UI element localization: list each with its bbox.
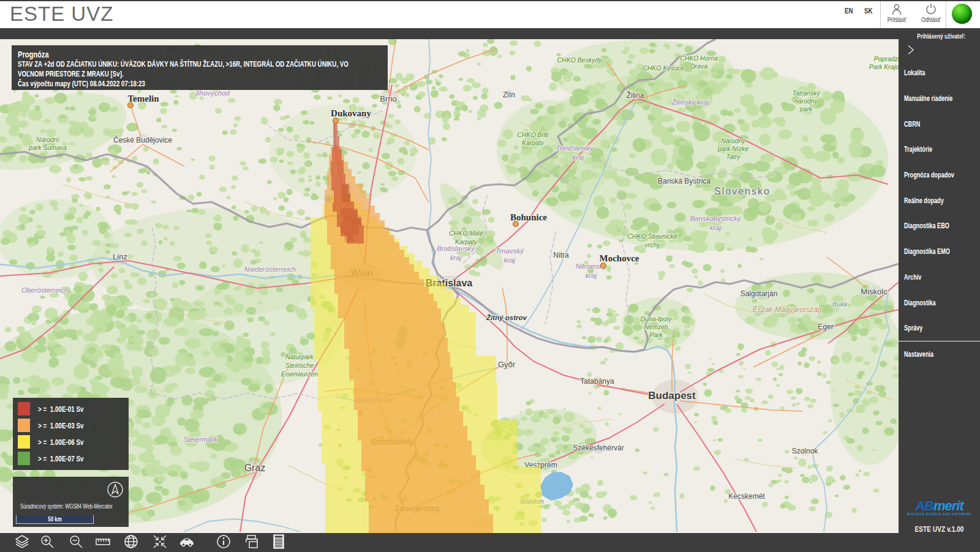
legend-label: > = 1.00E-06 Sv xyxy=(38,438,84,447)
map-label-trnavsky: Trnavský xyxy=(496,247,524,255)
scale-bar: 50 km xyxy=(16,515,94,524)
map-label-szekesfehervar: Székesfehérvár xyxy=(573,444,624,452)
map-label-budapest: Budapest xyxy=(648,390,696,401)
map-label-banskobystricky: Banskobystrický xyxy=(690,215,741,222)
sidebar-item-trajektorie[interactable]: Trajektórie xyxy=(899,136,980,162)
center-map-button[interactable] xyxy=(151,534,168,551)
map-label-steirische: Steirische xyxy=(285,362,314,369)
print-button[interactable] xyxy=(244,534,261,551)
layers-button[interactable] xyxy=(13,534,31,551)
prognosis-panel: Prognóza STAV ZA +2d OD ZAČIATKU ÚNIKU: … xyxy=(12,45,388,90)
map-label-kraj: kraj xyxy=(450,254,462,261)
header-divider xyxy=(946,1,946,29)
svg-text:Bohunice: Bohunice xyxy=(510,212,547,222)
report-button[interactable] xyxy=(270,534,287,551)
sidebar-item-diagnostika-ebo[interactable]: Diagnostika EBO xyxy=(899,213,980,239)
map-label-chko-bile: CHKO Bílé xyxy=(517,131,549,138)
prognosis-computed-time: Čas výpočtu mapy (UTC) 08.04.2022 07:18:… xyxy=(18,79,280,89)
svg-text:Mochovce: Mochovce xyxy=(600,253,639,263)
legend-row: > = 1.00E-03 Sv xyxy=(18,419,129,432)
sidebar-item-spravy[interactable]: Správy xyxy=(899,315,980,341)
globe-icon xyxy=(124,534,138,551)
map-label-orava: Orava xyxy=(690,62,708,70)
map-label-zilina: Žilina xyxy=(627,91,644,100)
map-label-salgotarjan: Salgótarján xyxy=(741,289,778,298)
map-label-park-krajobraz-: Park Krajobraz. xyxy=(869,63,899,70)
report-icon xyxy=(272,534,285,552)
map-label-szolnok: Szolnok xyxy=(792,447,819,455)
logout-button[interactable]: Odhlásiť xyxy=(911,3,951,23)
prognosis-line2: VOĽNOM PRIESTORE Z MRAKU [Sv]. xyxy=(18,69,280,79)
status-indicator xyxy=(952,4,972,24)
login-button[interactable]: Prihlásiť xyxy=(877,3,916,23)
map-label-tatransky: Tatranský xyxy=(792,89,820,97)
map-label-niederosterreich: Niederösterreich xyxy=(244,266,296,273)
sidebar-item-lokalita[interactable]: Lokalita xyxy=(899,60,980,86)
map-label-eszak-magyarorszag: Észak-Magyarország xyxy=(753,305,822,314)
map-label-park-nizke: park Nízke xyxy=(717,145,748,152)
sidebar-item-label: Nastavenia xyxy=(904,349,933,359)
info-button[interactable] xyxy=(215,534,232,551)
svg-text:Dukovany: Dukovany xyxy=(331,108,371,118)
map-label-brno: Brno xyxy=(380,94,396,103)
map-label-graz: Graz xyxy=(244,463,266,473)
app-version: ESTE UVZ v.1.00 xyxy=(908,524,971,534)
map-label-chko-stiavnicke: CHKO Štiavnické xyxy=(627,233,677,240)
map-label-park: Park xyxy=(649,331,663,338)
logged-user-label: Prihlásený užívateľ: xyxy=(918,32,966,40)
map-label-tatabanya: Tatabánya xyxy=(580,377,614,386)
sidebar-menu: LokalitaManuálne riadenieCBRNTrajektórie… xyxy=(899,60,980,341)
zoom-out-button[interactable] xyxy=(67,534,85,551)
language-sk-button[interactable]: SK xyxy=(864,7,873,15)
abmerit-logo: ABmerit xyxy=(899,499,980,513)
zoom-in-button[interactable] xyxy=(39,534,56,551)
sidebar-item-nastavenia[interactable]: Nastavenia xyxy=(899,341,980,367)
sidebar-item-archiv[interactable]: Archív xyxy=(899,264,980,290)
sidebar-item-diagnostika-emo[interactable]: Diagnostika EMO xyxy=(899,239,980,264)
map-label-nemzeti: Nemzeti xyxy=(644,323,668,330)
map-label-karpaty: Karpaty xyxy=(455,238,478,245)
map-label-miskolc: Miskolc xyxy=(861,287,888,296)
map-label-narodni: Národní xyxy=(36,136,59,143)
north-compass-icon xyxy=(107,481,124,498)
sidebar-item-prognoza-dopadov[interactable]: Prognóza dopadov xyxy=(899,162,980,188)
map-label-oberosterreich: Oberösterreich xyxy=(21,286,68,294)
app-header: ESTE UVZ EN SK Prihlásiť Odhlásiť xyxy=(0,0,980,28)
legend-row: > = 1.00E-07 Sv xyxy=(18,452,129,465)
map-label-park: park xyxy=(799,105,813,113)
vehicle-button[interactable] xyxy=(178,534,195,551)
header-strip xyxy=(0,28,899,39)
map-label-linz: Linz xyxy=(113,252,127,261)
globe-button[interactable] xyxy=(123,534,140,551)
legend-swatch xyxy=(18,452,30,465)
power-icon xyxy=(911,3,951,15)
login-label: Prihlásiť xyxy=(882,16,912,23)
map-label-eisenwurzen: Eisenwurzen xyxy=(281,370,318,378)
map-label-tatry: Tatry xyxy=(726,153,741,160)
map-label-chko-male: CHKO Malé xyxy=(449,229,483,237)
print-icon xyxy=(244,534,260,551)
language-en-button[interactable]: EN xyxy=(845,7,853,15)
map-canvas[interactable]: BrnoZlínŽilinaLinzČeské BudějoviceBanská… xyxy=(0,39,899,533)
sidebar-item-diagnostika[interactable]: Diagnostika xyxy=(899,289,980,315)
map-label-vrchy: vrchy xyxy=(644,241,660,248)
scale-label: 50 km xyxy=(26,515,84,523)
map-label-narodny: Národny xyxy=(721,137,745,144)
sidebar-item-realne-dopady[interactable]: Reálne dopady xyxy=(899,187,980,213)
legend-swatch xyxy=(18,435,30,449)
map-label-bukk: Bukk xyxy=(832,300,848,308)
map-label-nitra: Nitra xyxy=(553,251,569,259)
sidebar-item-manualne-riadenie[interactable]: Manuálne riadenie xyxy=(899,86,980,111)
logout-label: Odhlásiť xyxy=(916,16,946,23)
dose-legend-panel: > = 1.00E-01 Sv> = 1.00E-03 Sv> = 1.00E-… xyxy=(13,398,129,470)
map-label-zitny-ostrov: Žitný ostrov xyxy=(486,314,527,321)
sidebar-item-cbrn[interactable]: CBRN xyxy=(899,111,980,136)
map-label-kraj: kraj xyxy=(504,256,516,264)
measure-button[interactable] xyxy=(94,534,111,551)
map-toolbar xyxy=(0,533,899,552)
map-label-kecskemet: Kecskemét xyxy=(728,492,765,501)
user-icon xyxy=(877,3,916,15)
chevron-right-icon[interactable] xyxy=(907,45,914,58)
prognosis-title: Prognóza xyxy=(18,49,287,59)
center-map-icon xyxy=(153,534,167,551)
